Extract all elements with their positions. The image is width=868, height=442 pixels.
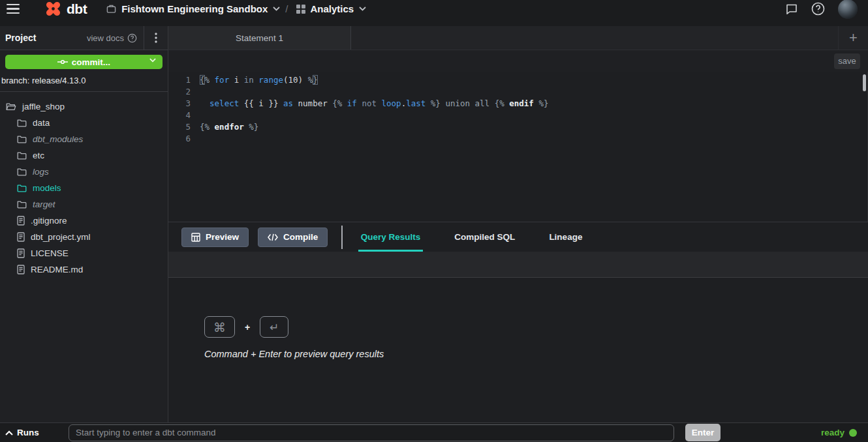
sidebar-header: Project view docs bbox=[0, 26, 168, 50]
line-number: 6 bbox=[168, 133, 200, 145]
sidebar-menu-icon[interactable] bbox=[144, 33, 168, 43]
tree-item-label: etc bbox=[33, 151, 44, 160]
tab-statement-1[interactable]: Statement 1 bbox=[168, 26, 351, 50]
file-icon bbox=[17, 248, 25, 258]
chat-icon[interactable] bbox=[785, 3, 798, 16]
git-commit-icon bbox=[57, 59, 68, 65]
tree-item-label: .gitignore bbox=[31, 216, 67, 226]
save-button[interactable]: save bbox=[834, 53, 860, 69]
briefcase-icon bbox=[106, 4, 116, 14]
user-avatar[interactable] bbox=[838, 0, 858, 19]
tree-item-target[interactable]: target bbox=[0, 196, 168, 213]
tree-item-label: jaffle_shop bbox=[22, 102, 65, 111]
code-line-5[interactable]: 5{% endfor %} bbox=[168, 121, 867, 133]
tree-item-models[interactable]: models bbox=[0, 180, 168, 196]
code-line-content: {% endfor %} bbox=[200, 121, 258, 133]
tree-item-dbt-modules[interactable]: dbt_modules bbox=[0, 131, 168, 147]
tab-query-results[interactable]: Query Results bbox=[358, 222, 424, 252]
tab-lineage[interactable]: Lineage bbox=[546, 222, 585, 252]
tree-item-logs[interactable]: logs bbox=[0, 164, 168, 180]
dbt-cloud-ide: dbt Fishtown Engineering Sandbox / Analy… bbox=[0, 0, 868, 442]
tree-item-data[interactable]: data bbox=[0, 115, 168, 131]
folder-icon bbox=[17, 119, 27, 127]
hamburger-menu-icon[interactable] bbox=[5, 3, 21, 16]
chevron-up-icon bbox=[5, 430, 13, 435]
help-icon[interactable] bbox=[811, 2, 825, 16]
divider bbox=[341, 226, 343, 249]
commit-button-label: commit... bbox=[72, 57, 110, 67]
editor-scrollbar[interactable] bbox=[863, 74, 866, 91]
folder-icon bbox=[17, 184, 27, 192]
file-explorer-sidebar: Project view docs bbox=[0, 26, 168, 422]
folder-icon bbox=[17, 151, 27, 160]
dbt-logo-text: dbt bbox=[67, 1, 87, 17]
environment-switcher[interactable]: Analytics bbox=[296, 3, 367, 14]
tree-item-etc[interactable]: etc bbox=[0, 147, 168, 164]
editor-toolbar: save bbox=[168, 50, 868, 72]
git-section: commit... branch: release/4.13.0 bbox=[0, 50, 168, 92]
runs-toggle[interactable]: Runs bbox=[0, 428, 69, 437]
view-docs-link[interactable]: view docs bbox=[87, 33, 144, 43]
file-icon bbox=[17, 265, 25, 274]
tree-item-jaffle-shop[interactable]: jaffle_shop bbox=[0, 98, 168, 115]
chevron-down-icon[interactable] bbox=[149, 58, 156, 63]
compile-button[interactable]: Compile bbox=[258, 228, 328, 247]
status-label: ready bbox=[821, 428, 845, 437]
runs-label: Runs bbox=[17, 428, 39, 437]
preview-button[interactable]: Preview bbox=[181, 228, 249, 247]
new-tab-button[interactable]: + bbox=[838, 26, 868, 50]
project-name: Fishtown Engineering Sandbox bbox=[121, 3, 268, 14]
project-switcher[interactable]: Fishtown Engineering Sandbox bbox=[106, 3, 280, 14]
folder-icon bbox=[17, 168, 27, 176]
enter-key-icon: ↵ bbox=[260, 316, 288, 338]
environment-name: Analytics bbox=[311, 3, 354, 14]
code-line-3[interactable]: 3 select {{ i }} as number {% if not loo… bbox=[168, 98, 867, 110]
shortcut-keys: ⌘ + ↵ bbox=[204, 316, 868, 338]
chevron-down-icon bbox=[359, 7, 366, 11]
editor-tab-bar: Statement 1 + bbox=[168, 26, 868, 50]
tree-item-license[interactable]: LICENSE bbox=[0, 245, 168, 261]
help-circle-icon bbox=[127, 33, 137, 43]
folder-icon bbox=[17, 200, 27, 209]
code-line-6[interactable]: 6 bbox=[168, 133, 867, 145]
code-line-1[interactable]: 1{% for i in range(10) %} bbox=[168, 74, 867, 86]
tree-item-readme-md[interactable]: README.md bbox=[0, 261, 168, 278]
view-docs-label: view docs bbox=[87, 33, 124, 43]
results-panel: Preview Compile Query Results Compiled S… bbox=[168, 222, 868, 422]
tree-item-label: README.md bbox=[31, 265, 83, 274]
results-empty-state: ⌘ + ↵ Command + Enter to preview query r… bbox=[168, 278, 868, 422]
code-icon bbox=[268, 233, 278, 241]
results-toolbar: Preview Compile Query Results Compiled S… bbox=[168, 222, 868, 252]
code-editor[interactable]: 1{% for i in range(10) %}23 select {{ i … bbox=[168, 72, 868, 222]
branch-label: branch: release/4.13.0 bbox=[0, 69, 168, 92]
shortcut-hint: Command + Enter to preview query results bbox=[204, 349, 868, 359]
status-indicator: ready bbox=[821, 428, 868, 437]
results-status-row bbox=[168, 252, 868, 278]
line-number: 4 bbox=[168, 110, 200, 121]
sidebar-title: Project bbox=[0, 33, 36, 43]
workspace: Project view docs bbox=[0, 26, 868, 422]
preview-button-label: Preview bbox=[206, 232, 239, 242]
code-line-2[interactable]: 2 bbox=[168, 86, 867, 98]
code-line-4[interactable]: 4 bbox=[168, 110, 867, 121]
enter-button[interactable]: Enter bbox=[685, 424, 721, 441]
tree-item-label: models bbox=[33, 183, 61, 193]
compile-button-label: Compile bbox=[283, 232, 318, 242]
tree-item-label: dbt_project.yml bbox=[31, 232, 91, 242]
table-icon bbox=[191, 233, 200, 242]
tree-item--gitignore[interactable]: .gitignore bbox=[0, 213, 168, 229]
dbt-command-input[interactable] bbox=[69, 424, 674, 441]
file-tree: jaffle_shopdatadbt_modulesetclogsmodelst… bbox=[0, 92, 168, 278]
folder-icon bbox=[17, 135, 27, 143]
file-icon bbox=[17, 232, 25, 242]
grid-icon bbox=[296, 5, 305, 14]
commit-button[interactable]: commit... bbox=[5, 55, 163, 69]
line-number: 2 bbox=[168, 86, 200, 98]
tree-item-label: target bbox=[33, 199, 55, 209]
editor-area: Statement 1 + save 1{% for i in range(10… bbox=[168, 26, 868, 422]
top-bar: dbt Fishtown Engineering Sandbox / Analy… bbox=[0, 0, 868, 26]
code-line-content: {% for i in range(10) %} bbox=[200, 74, 318, 86]
tree-item-dbt-project-yml[interactable]: dbt_project.yml bbox=[0, 229, 168, 245]
tab-compiled-sql[interactable]: Compiled SQL bbox=[452, 222, 518, 252]
dbt-logo: dbt bbox=[44, 0, 87, 18]
